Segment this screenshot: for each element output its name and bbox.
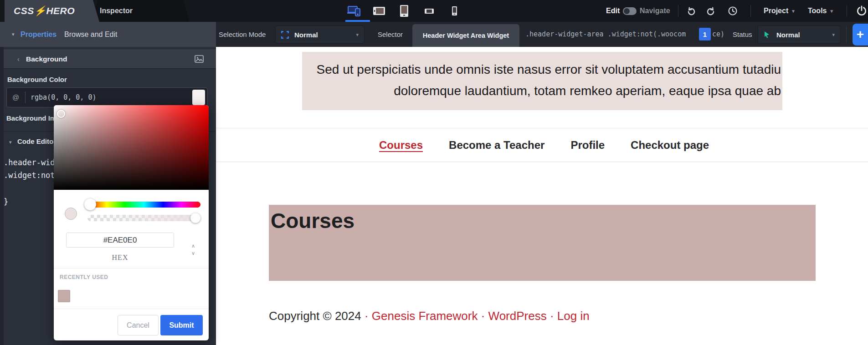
site-footer: Copyright © 2024 · Genesis Framework · W… <box>269 309 590 323</box>
stepper-up-icon[interactable]: ∧ <box>187 243 200 249</box>
divider <box>846 26 847 43</box>
device-preview-switcher <box>346 0 462 22</box>
code-editor-label[interactable]: Code Editor <box>17 137 56 145</box>
stepper-down-icon[interactable]: ∨ <box>187 250 200 256</box>
header-widget-area[interactable]: Sed ut perspiciatis unde omnis iste nasu… <box>302 52 782 110</box>
saturation-knob[interactable] <box>57 110 65 118</box>
status-dropdown[interactable]: Normal ▾ <box>758 25 841 44</box>
at-symbol-icon: @ <box>12 88 19 107</box>
submit-button[interactable]: Submit <box>160 315 203 335</box>
current-color-preview <box>65 208 77 220</box>
selector-label: Selector <box>378 22 403 47</box>
widget-text-line: Sed ut perspiciatis unde omnis iste nasu… <box>317 62 781 77</box>
page-title-block[interactable]: Courses <box>269 205 816 281</box>
hex-color-input[interactable] <box>66 233 174 248</box>
divider <box>678 5 678 17</box>
selection-mode-value: Normal <box>294 31 318 39</box>
nav-link-checkout-page[interactable]: Checkout page <box>631 139 709 152</box>
divider <box>54 309 209 309</box>
background-color-input[interactable]: @ rgba(0, 0, 0, 0) <box>6 87 208 107</box>
selector-css-path[interactable]: .header-widget-area .widget:not(.woocom <box>525 22 686 47</box>
divider <box>750 5 751 17</box>
site-navigation: Courses Become a Teacher Profile Checkou… <box>379 128 709 162</box>
tools-menu-label: Tools <box>808 7 827 15</box>
phone-landscape-icon[interactable] <box>421 5 437 17</box>
toggle-knob <box>624 8 630 14</box>
divider <box>847 5 847 17</box>
undo-button[interactable] <box>686 0 697 22</box>
tablet-portrait-icon[interactable] <box>396 5 412 17</box>
tablet-landscape-icon[interactable] <box>371 5 387 17</box>
nav-link-become-a-teacher[interactable]: Become a Teacher <box>449 139 544 152</box>
phone-portrait-icon[interactable] <box>447 5 462 17</box>
edit-mode-label: Edit <box>606 0 620 22</box>
css-hero-app: Inspector CSS⚡HERO <box>0 0 868 345</box>
power-button[interactable] <box>856 0 868 22</box>
add-property-button[interactable]: + <box>853 24 868 46</box>
color-swatch[interactable] <box>192 90 205 105</box>
chevron-down-icon[interactable]: ▾ <box>9 139 12 145</box>
chevron-left-icon[interactable]: ‹ <box>17 49 20 69</box>
selection-mode-label: Selection Mode <box>219 22 266 47</box>
edit-navigate-toggle[interactable] <box>623 7 637 15</box>
chevron-down-icon: ▾ <box>832 32 835 38</box>
footer-link-wordpress[interactable]: WordPress <box>488 309 547 323</box>
selector-css-path-end: ce) <box>712 22 724 47</box>
project-menu-label: Project <box>764 7 788 15</box>
selector-badge[interactable]: Header Widget Area Widget <box>412 24 519 47</box>
page-title: Courses <box>271 208 354 233</box>
divider <box>25 91 26 103</box>
separator: · <box>481 309 488 323</box>
divider <box>216 162 868 162</box>
properties-subtitle: Browse and Edit <box>64 22 118 47</box>
chevron-down-icon: ▾ <box>830 8 833 14</box>
status-label: Status <box>733 22 752 47</box>
alpha-slider[interactable] <box>87 215 200 221</box>
recently-used-label: RECENTLY USED <box>60 274 108 280</box>
selector-marker-badge[interactable]: 1 <box>699 28 711 41</box>
properties-title[interactable]: Properties <box>21 22 56 47</box>
alpha-gradient <box>87 215 200 221</box>
footer-link-log-in[interactable]: Log in <box>557 309 590 323</box>
alpha-slider-knob[interactable] <box>190 213 200 223</box>
tab-inspector-label[interactable]: Inspector <box>100 0 133 22</box>
selection-mode-dropdown[interactable]: Normal ▾ <box>275 25 365 44</box>
hue-slider-knob[interactable] <box>84 198 96 210</box>
responsive-desktop-icon[interactable] <box>346 5 362 17</box>
status-cursor-icon <box>764 31 770 38</box>
code-line: } <box>4 197 8 206</box>
separator: · <box>550 309 557 323</box>
cancel-button[interactable]: Cancel <box>118 315 159 335</box>
hue-slider[interactable] <box>87 202 200 208</box>
chevron-down-icon: ▾ <box>356 32 359 38</box>
color-picker-popup: ∧ ∨ HEX RECENTLY USED Cancel Submit <box>54 105 209 340</box>
navigate-mode-label: Navigate <box>640 0 670 22</box>
background-section-header[interactable]: ‹ Background <box>4 49 216 69</box>
divider <box>54 268 209 269</box>
redo-button[interactable] <box>705 0 716 22</box>
top-bar: Inspector CSS⚡HERO <box>0 0 868 22</box>
panel-edge <box>0 47 4 345</box>
site-preview: Sed ut perspiciatis unde omnis iste nasu… <box>216 47 868 345</box>
nav-link-profile[interactable]: Profile <box>570 139 605 152</box>
recent-color-swatch[interactable] <box>58 290 70 302</box>
separator: · <box>365 309 372 323</box>
project-menu[interactable]: Project ▾ <box>764 0 795 22</box>
footer-link-genesis-framework[interactable]: Genesis Framework <box>372 309 478 323</box>
selection-frame-icon <box>281 31 289 39</box>
css-hero-logo: CSS⚡HERO <box>14 0 75 22</box>
background-color-value[interactable]: rgba(0, 0, 0, 0) <box>31 88 97 107</box>
status-value: Normal <box>776 31 800 39</box>
image-icon <box>195 55 204 63</box>
nav-link-courses[interactable]: Courses <box>379 139 423 152</box>
history-icon[interactable] <box>727 0 738 22</box>
background-section-title: Background <box>26 49 67 69</box>
chevron-down-icon: ▾ <box>792 8 795 14</box>
background-color-label: Background Color <box>7 76 67 83</box>
widget-text-line: doloremque laudantium, totam remkeo aper… <box>394 84 781 98</box>
tools-menu[interactable]: Tools ▾ <box>808 0 833 22</box>
saturation-gradient-area[interactable] <box>54 105 209 190</box>
chevron-down-icon[interactable]: ▾ <box>12 22 15 47</box>
copyright-text: Copyright © 2024 <box>269 309 361 323</box>
hex-format-label: HEX <box>66 254 174 262</box>
